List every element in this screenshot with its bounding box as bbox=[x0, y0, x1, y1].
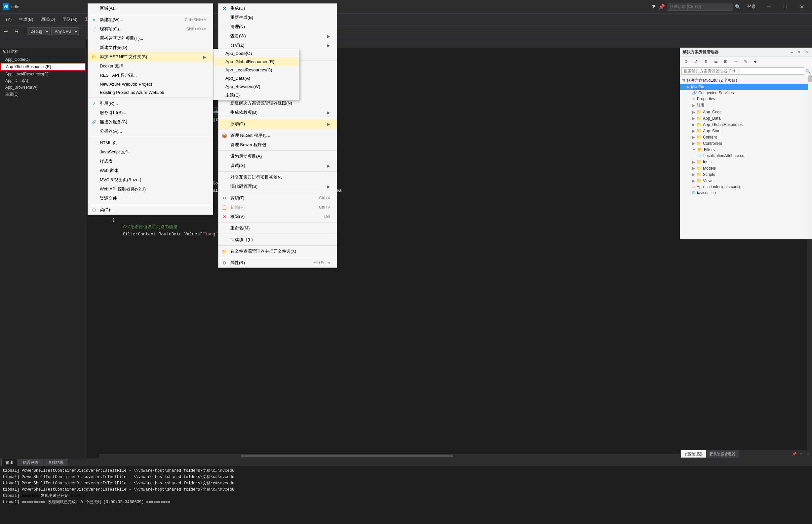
cm-docker[interactable]: Docker 支持 bbox=[88, 62, 213, 71]
se-toolbar-btn-5[interactable]: ⊞ bbox=[721, 57, 730, 66]
se-toolbar-btn-8[interactable]: ⏭ bbox=[751, 57, 760, 66]
se-item-controllers[interactable]: ▶ 📁 Controllers bbox=[680, 140, 812, 146]
cm-class[interactable]: ⬡ 类(C)... bbox=[88, 205, 213, 215]
output-tab-find[interactable]: 查找结果 bbox=[44, 459, 68, 466]
debug-mode-select[interactable]: Debug bbox=[27, 28, 50, 35]
cm-js[interactable]: JavaScript 文件 bbox=[88, 147, 213, 157]
sub-app-global[interactable]: App_GlobalResources(R) bbox=[214, 58, 299, 66]
se-item-appinsights[interactable]: ⚙ ApplicationInsights.config bbox=[680, 184, 812, 190]
output-tab-output[interactable]: 输出 bbox=[1, 459, 18, 466]
output-tab-errors[interactable]: 错误列表 bbox=[18, 459, 43, 466]
cm-resource[interactable]: 资源文件 bbox=[88, 194, 213, 203]
se-toolbar-btn-6[interactable]: ↔ bbox=[731, 57, 740, 66]
pcm-paste[interactable]: 📋 粘贴(P) Ctrl+V bbox=[218, 203, 337, 212]
se-item-connected-services[interactable]: 🔗 Connected Services bbox=[680, 90, 812, 96]
cm-scaffold[interactable]: 新搭建基架的项目(F)... bbox=[88, 34, 213, 43]
cm-webform[interactable]: Web 窗体 bbox=[88, 166, 213, 175]
left-item-app-data[interactable]: App_Data(A) bbox=[0, 77, 86, 84]
left-item-app-code[interactable]: App_Code(O) bbox=[0, 56, 86, 63]
se-toolbar-btn-1[interactable]: ⊙ bbox=[681, 57, 691, 66]
se-item-properties[interactable]: ⚙ Properties bbox=[680, 96, 812, 102]
pcm-view[interactable]: 查看(W) ▶ bbox=[218, 31, 337, 41]
left-item-theme[interactable]: 主题(E) bbox=[0, 91, 86, 98]
sub-app-code[interactable]: App_Code(O) bbox=[214, 49, 299, 58]
se-item-fonts[interactable]: ▶ 📁 fonts bbox=[680, 159, 812, 165]
left-item-app-local[interactable]: App_LocalResources(C) bbox=[0, 71, 86, 77]
cm-css[interactable]: 样式表 bbox=[88, 157, 213, 166]
pcm-add[interactable]: 添加(D) ▶ bbox=[218, 119, 337, 129]
right-panel-pin[interactable]: 📌 bbox=[792, 451, 797, 457]
se-pin-button[interactable]: ─ bbox=[789, 49, 795, 55]
pcm-source-ctrl[interactable]: 源代码管理(S) ▶ bbox=[218, 182, 337, 191]
pcm-rebuild[interactable]: 重新生成(E) bbox=[218, 13, 337, 22]
pcm-build[interactable]: ⚒ 生成(U) bbox=[218, 4, 337, 13]
redo-button[interactable]: ↪ bbox=[12, 27, 21, 36]
cm-service-ref[interactable]: 服务引用(S)... bbox=[88, 108, 213, 117]
pcm-debug[interactable]: 调试(G) ▶ bbox=[218, 161, 337, 170]
se-item-app-start[interactable]: ▶ 📁 App_Start bbox=[680, 128, 812, 134]
cm-new-folder[interactable]: 新建文件夹(D) bbox=[88, 43, 213, 52]
se-item-project[interactable]: ▶ MvcEdu bbox=[680, 84, 812, 90]
cm-connected-service[interactable]: 🔗 连接的服务(C) bbox=[88, 117, 213, 127]
maximize-button[interactable]: □ bbox=[778, 2, 793, 12]
pcm-build-deps[interactable]: 生成依赖项(B) ▶ bbox=[218, 108, 337, 117]
cm-aspnet-folder[interactable]: 📁 添加 ASP.NET 文件夹(S) ▶ bbox=[88, 52, 213, 62]
cm-existing-item[interactable]: 📄 现有项(G)... Shift+Alt+A bbox=[88, 24, 213, 34]
platform-select[interactable]: Any CPU bbox=[51, 28, 79, 35]
se-search-input[interactable] bbox=[681, 67, 804, 75]
cm-webapi[interactable]: Web API 控制器类(v2.1) bbox=[88, 184, 213, 194]
pcm-startup[interactable]: 设为启动项目(A) bbox=[218, 152, 337, 161]
se-item-localization-cs[interactable]: C# LocalizationAttribute.cs bbox=[680, 153, 812, 159]
pcm-open-folder[interactable]: 📁 在文件资源管理器中打开文件夹(X) bbox=[218, 247, 337, 256]
pcm-clean[interactable]: 清理(N) bbox=[218, 22, 337, 31]
right-tab-explorer[interactable]: 资源管理器 bbox=[681, 450, 706, 458]
se-item-models[interactable]: ▶ 📁 Models bbox=[680, 165, 812, 171]
cm-analyzer[interactable]: 分析器(A)... bbox=[88, 127, 213, 136]
left-item-app-browsers[interactable]: App_Browsers(W) bbox=[0, 84, 86, 91]
cm-html[interactable]: HTML 页 bbox=[88, 138, 213, 147]
right-panel-dropdown[interactable]: ▼ bbox=[798, 451, 804, 457]
se-toolbar-btn-4[interactable]: ☰ bbox=[711, 57, 721, 66]
sub-app-browsers[interactable]: App_Browsers(W) bbox=[214, 82, 299, 91]
pcm-interactive[interactable]: 对交互窗口进行项目初始化 bbox=[218, 173, 337, 182]
se-item-app-code[interactable]: ▶ 📁 App_Code bbox=[680, 109, 812, 115]
se-toolbar-btn-7[interactable]: ✎ bbox=[741, 57, 750, 66]
se-item-views[interactable]: ▶ 📁 Views bbox=[680, 178, 812, 184]
se-toolbar-btn-2[interactable]: ↺ bbox=[691, 57, 700, 66]
sub-app-local[interactable]: App_LocalResources(C) bbox=[214, 66, 299, 74]
cm-region[interactable]: 区域(A)... bbox=[88, 4, 213, 13]
undo-button[interactable]: ↩ bbox=[1, 27, 11, 36]
menu-item-team[interactable]: 团队(M) bbox=[59, 15, 81, 24]
se-scrollbar[interactable] bbox=[808, 76, 812, 239]
pcm-cut[interactable]: ✂ 剪切(T) Ctrl+X bbox=[218, 193, 337, 203]
se-close-button[interactable]: ✕ bbox=[803, 49, 809, 55]
se-item-filters[interactable]: ▼ 📂 Filters bbox=[680, 146, 812, 153]
menu-item-build[interactable]: 生成(B) bbox=[16, 15, 36, 24]
menu-item-debug[interactable]: 调试(D) bbox=[37, 15, 58, 24]
pcm-remove[interactable]: ✕ 移除(V) Del bbox=[218, 212, 337, 221]
right-panel-close[interactable]: ✕ bbox=[805, 451, 811, 457]
cm-references[interactable]: ↗ 引用(R)... bbox=[88, 99, 213, 108]
sub-app-data[interactable]: App_Data(A) bbox=[214, 74, 299, 82]
pcm-properties[interactable]: ⚙ 属性(R) Alt+Enter bbox=[218, 258, 337, 267]
se-item-solution[interactable]: ⊡ 解决方案'MvcEdu' (2 个项目) bbox=[680, 77, 812, 84]
cm-new-item[interactable]: ✦ 新建项(W)... Ctrl+Shift+A bbox=[88, 15, 213, 24]
se-item-content[interactable]: ▶ 📁 Content bbox=[680, 134, 812, 140]
cm-new-azure-webjob[interactable]: New Azure WebJob Project bbox=[88, 80, 213, 88]
se-item-favicon[interactable]: 🖼 favicon.ico bbox=[680, 190, 812, 196]
se-item-references[interactable]: ▶ 引用 bbox=[680, 102, 812, 109]
right-tab-team[interactable]: 团队资源管理器 bbox=[707, 450, 739, 458]
minimize-button[interactable]: ─ bbox=[761, 2, 776, 12]
pcm-rename[interactable]: 重命名(M) bbox=[218, 224, 337, 233]
se-item-app-global-res[interactable]: ▶ 📁 App_GlobalResources bbox=[680, 121, 812, 128]
login-text[interactable]: 登录 bbox=[743, 4, 760, 10]
close-button[interactable]: ✕ bbox=[794, 2, 809, 12]
se-item-scripts[interactable]: ▶ 📁 Scripts bbox=[680, 171, 812, 178]
se-search-icon[interactable]: 🔍 bbox=[806, 69, 811, 74]
pcm-analyze[interactable]: 分析(Z) ▶ bbox=[218, 41, 337, 50]
search-icon[interactable]: 🔍 bbox=[735, 4, 741, 9]
cm-rest-api[interactable]: REST API 客户端... bbox=[88, 71, 213, 80]
cm-mvc5[interactable]: MVC 5 视图页(Razor) bbox=[88, 175, 213, 184]
quick-launch-input[interactable] bbox=[667, 3, 733, 11]
cm-existing-azure-webjob[interactable]: Existing Project as Azure WebJob bbox=[88, 88, 213, 97]
